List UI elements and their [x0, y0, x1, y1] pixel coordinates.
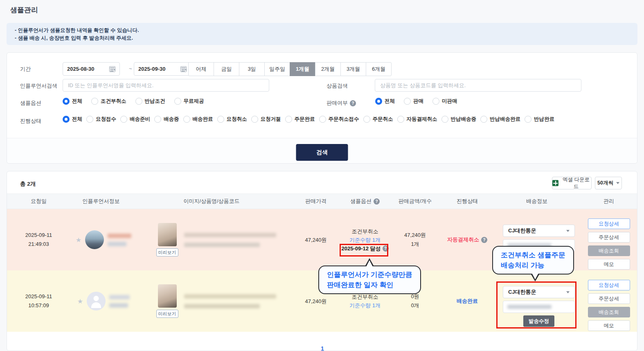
notice-line: - 인플루언서가 샘플요청한 내역을 확인할 수 있습니다. — [15, 27, 629, 34]
radio-option[interactable]: 전체 — [63, 98, 82, 105]
manage-button[interactable]: 요청상세 — [588, 218, 630, 229]
col-manage: 관리 — [580, 194, 637, 209]
product-image — [158, 223, 177, 246]
col-product: 이미지/상품명/상품코드 — [132, 194, 291, 209]
page-size-select[interactable]: 50개씩 — [595, 177, 622, 189]
manage-buttons: 요청상세주문상세배송조회메모 — [580, 209, 637, 270]
period-quick-button[interactable]: 6개월 — [366, 62, 392, 76]
manage-button[interactable]: 배송조회 — [588, 245, 630, 256]
help-icon[interactable]: ? — [481, 237, 487, 243]
radio-option[interactable]: 배송중 — [154, 116, 179, 123]
excel-download-button[interactable]: 엑셀 다운로드 — [552, 177, 592, 189]
col-sample-option: 샘플옵션? — [340, 194, 390, 209]
radio-icon — [63, 98, 70, 105]
date-range-separator: ~ — [129, 65, 132, 72]
period-quick-button[interactable]: 3일 — [239, 62, 265, 76]
radio-option[interactable]: 반납완료 — [525, 116, 554, 123]
radio-icon — [63, 116, 70, 123]
favorite-star-icon[interactable]: ★ — [76, 236, 81, 244]
radio-icon — [135, 98, 142, 105]
request-date: 2025-09-11 21:49:03 — [7, 209, 70, 270]
col-influencer: 인플루언서정보 — [70, 194, 132, 209]
period-quick-button[interactable]: 1개월 — [290, 62, 315, 76]
radio-option[interactable]: 요청거절 — [251, 116, 281, 123]
manage-button[interactable]: 배송조회 — [588, 307, 630, 317]
radio-option[interactable]: 배송완료 — [183, 116, 213, 123]
product-info: 미리보기 — [132, 209, 291, 270]
product-search-label: 상품검색 — [327, 82, 348, 90]
redacted-product-name — [184, 294, 276, 299]
manage-button[interactable]: 주문상세 — [588, 293, 630, 304]
radio-icon — [183, 116, 190, 123]
radio-option[interactable]: 배송준비 — [120, 116, 150, 123]
radio-icon — [154, 116, 161, 123]
redacted-name — [109, 295, 130, 299]
product-image — [158, 284, 177, 308]
manage-button[interactable]: 메모 — [588, 320, 630, 331]
product-search-input[interactable] — [375, 79, 581, 92]
radio-icon — [285, 116, 292, 123]
influencer-search-input[interactable] — [63, 79, 269, 92]
highlight-box-shipping — [496, 281, 576, 328]
redacted-product-code — [184, 304, 260, 308]
period-quick-button[interactable]: 금일 — [214, 62, 239, 76]
base-qty-link[interactable]: 기준수량 1개 — [340, 301, 390, 310]
preview-button[interactable]: 미리보기 — [156, 248, 178, 256]
influencer-info: ★ — [70, 270, 132, 332]
date-to-input[interactable]: 2025-09-30 — [134, 62, 191, 76]
radio-icon — [375, 98, 382, 105]
radio-option[interactable]: 조건부취소 — [91, 98, 126, 105]
product-info: 미리보기 — [132, 270, 291, 332]
radio-option[interactable]: 미판매 — [432, 98, 457, 105]
radio-option[interactable]: 주문취소접수 — [319, 116, 359, 123]
radio-option[interactable]: 주문완료 — [285, 116, 315, 123]
period-quick-button[interactable]: 3개월 — [340, 62, 366, 76]
sale-amount-cell: 47,240원 1개 — [390, 209, 441, 270]
redacted-id — [109, 303, 128, 308]
radio-option[interactable]: 주문취소 — [363, 116, 393, 123]
product-thumb-wrap: 미리보기 — [156, 223, 178, 256]
period-quick-button[interactable]: 2개월 — [315, 62, 341, 76]
radio-icon — [404, 98, 411, 105]
radio-option[interactable]: 반납조건 — [135, 98, 165, 105]
radio-option[interactable]: 자동결제취소 — [397, 116, 437, 123]
radio-option[interactable]: 요청접수 — [86, 116, 116, 123]
radio-icon — [432, 98, 439, 105]
manage-button[interactable]: 요청상세 — [588, 280, 630, 290]
radio-option[interactable]: 무료제공 — [174, 98, 204, 105]
manage-button[interactable]: 메모 — [588, 259, 630, 270]
radio-option[interactable]: 반납배송중 — [441, 116, 477, 123]
radio-option[interactable]: 반납배송완료 — [480, 116, 520, 123]
radio-option[interactable]: 판매 — [404, 98, 423, 105]
sale-status-label: 판매여부? — [327, 99, 356, 107]
base-qty-link[interactable]: 기준수량 1개 — [340, 236, 390, 244]
notice-line: - 샘플 배송 시, 송장번호 입력 후 발송처리해 주세요. — [15, 34, 629, 42]
calendar-icon[interactable] — [109, 66, 115, 72]
favorite-star-icon[interactable]: ★ — [77, 297, 83, 305]
pagination: 1 — [7, 345, 637, 351]
radio-option[interactable]: 전체 — [375, 98, 395, 105]
influencer-info: ★ — [70, 209, 132, 270]
preview-button[interactable]: 미리보기 — [156, 310, 178, 318]
radio-option[interactable]: 전체 — [63, 116, 82, 123]
chevron-down-icon — [566, 230, 570, 232]
period-quick-button[interactable]: 일주일 — [264, 62, 290, 76]
table-header: 요청일 인플루언서정보 이미지/상품명/상품코드 판매가격 샘플옵션? 판매금액… — [7, 194, 637, 209]
sale-price: 47,240원 — [291, 209, 340, 270]
product-thumb-wrap: 미리보기 — [156, 284, 178, 318]
date-from-input[interactable]: 2025-08-30 — [63, 62, 120, 76]
page-title: 샘플관리 — [10, 5, 38, 15]
calendar-icon[interactable] — [180, 66, 187, 72]
radio-option[interactable]: 요청취소 — [217, 116, 247, 123]
page-number[interactable]: 1 — [321, 345, 324, 351]
period-quick-button[interactable]: 어제 — [188, 62, 214, 76]
help-icon[interactable]: ? — [374, 198, 380, 205]
help-icon[interactable]: ? — [350, 100, 356, 106]
col-price: 판매가격 — [291, 194, 340, 209]
courier-select[interactable]: CJ대한통운 — [503, 225, 575, 237]
radio-icon — [480, 116, 487, 123]
excel-icon — [552, 180, 558, 186]
redacted-product-code — [184, 243, 260, 247]
manage-button[interactable]: 주문상세 — [588, 232, 630, 243]
search-button[interactable]: 검색 — [296, 144, 348, 161]
